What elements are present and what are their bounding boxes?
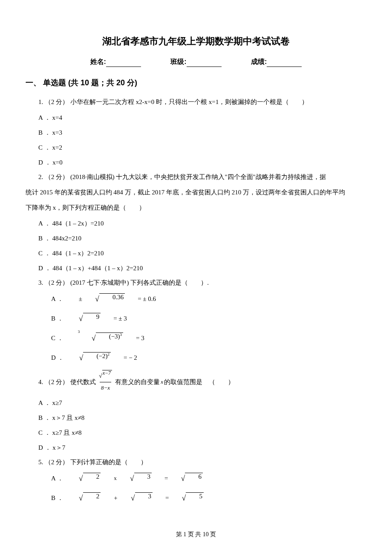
q5-b-eq: = xyxy=(153,493,169,503)
q4-option-d: D ． x＞7 xyxy=(26,441,366,455)
q5-b-op: + xyxy=(101,493,118,503)
q4-pre: 4. （2 分） 使代数式 xyxy=(26,376,96,388)
sqrt-icon: √(−2)2 xyxy=(66,352,111,364)
q5-b-r2: 3 xyxy=(135,492,153,504)
q1-option-a: A ． x=4 xyxy=(26,111,366,125)
class-blank xyxy=(187,60,222,67)
q4-num-radicand: x−7 xyxy=(102,370,112,382)
q4-post2: 的取值范围是 （ ） xyxy=(164,376,234,388)
q5-a-r3: 6 xyxy=(185,473,203,484)
sqrt-icon: √3 xyxy=(118,492,153,504)
q4-stem: 4. （2 分） 使代数式 √x−7 8−x 有意义的自变量 x 的取值范围是 … xyxy=(26,370,366,393)
q5-option-b: B ． √2 + √3 = √5 xyxy=(26,491,366,505)
q2-option-a: A ． 484（1 – 2x）=210 xyxy=(26,217,366,231)
q5-b-label: B ． xyxy=(26,493,63,503)
q5-option-a: A ． √2 x √3 = √6 xyxy=(26,471,366,486)
q4-option-b: B ． x＞7 且 x≠8 xyxy=(26,411,366,425)
q2-stem-c: 下降率为 x，则下列方程正确的是（ ） xyxy=(26,201,366,214)
q3-b-post: = ± 3 xyxy=(101,314,127,324)
q3-d-exp: 2 xyxy=(107,352,110,356)
sqrt-icon: √2 xyxy=(66,473,101,484)
section-1-heading: 一、 单选题 (共 10 题；共 20 分) xyxy=(26,77,366,89)
q3-c-label: C ． xyxy=(26,333,63,343)
q4-option-a: A ． x≥7 xyxy=(26,396,366,410)
page-footer: 第 1 页 共 10 页 xyxy=(0,530,392,539)
sqrt-icon: √3 xyxy=(117,473,152,484)
score-label: 成绩: xyxy=(251,58,267,65)
q4-x-var: x xyxy=(160,376,164,387)
q2-stem-a: 2. （2 分） (2018·南山模拟) 十九大以来，中央把扶贫开发工作纳入"四… xyxy=(26,171,366,183)
q3-c-post: = 3 xyxy=(123,333,144,343)
q2-option-d: D ． 484（1 – x）+484（1 – x）2=210 xyxy=(26,261,366,275)
q4-denominator: 8−x xyxy=(100,382,111,393)
q3-a-label: A ． xyxy=(26,294,63,304)
q4-post1: 有意义的自变量 xyxy=(115,376,160,388)
q3-c-exp: 3 xyxy=(120,332,122,337)
name-label: 姓名: xyxy=(90,58,106,65)
sqrt-icon: √9 xyxy=(66,313,101,324)
name-blank xyxy=(106,60,141,67)
q3-a-radicand: 0.36 xyxy=(99,293,125,305)
q5-b-r1: 2 xyxy=(83,492,101,504)
q3-option-c: C ． 3 √(−3)3 = 3 xyxy=(26,331,366,345)
q2-stem-b: 统计 2015 年的某省贫困人口约 484 万，截止 2017 年底，全省贫困人… xyxy=(26,186,366,199)
q5-a-eq: = xyxy=(152,474,168,483)
cube-root-icon: √(−3)3 xyxy=(79,332,123,344)
q3-option-a: A ． ± √0.36 = ± 0.6 xyxy=(26,292,366,306)
q1-option-d: D ． x=0 xyxy=(26,156,366,170)
fraction-icon: √x−7 8−x xyxy=(98,370,113,393)
q2-option-c: C ． 484（1 – x）2=210 xyxy=(26,246,366,260)
q3-d-base: (−2) xyxy=(96,353,107,359)
student-info-line: 姓名: 班级: 成绩: xyxy=(26,57,366,67)
sqrt-icon: √6 xyxy=(168,473,203,484)
q5-a-label: A ． xyxy=(26,474,63,483)
q1-option-b: B ． x=3 xyxy=(26,126,366,140)
q3-option-b: B ． √9 = ± 3 xyxy=(26,311,366,326)
q2-option-b: B ． 484x2=210 xyxy=(26,231,366,246)
q5-a-op: x xyxy=(101,474,117,483)
sqrt-icon: √2 xyxy=(66,492,101,504)
page-title: 湖北省孝感市九年级上学期数学期中考试试卷 xyxy=(26,34,366,48)
q4-option-c: C ． x≥7 且 x≠8 xyxy=(26,426,366,440)
q3-d-label: D ． xyxy=(26,353,64,363)
sqrt-icon: √5 xyxy=(169,492,203,504)
q3-b-label: B ． xyxy=(26,314,63,324)
q3-b-radicand: 9 xyxy=(83,313,101,324)
score-blank xyxy=(267,60,302,67)
q3-stem: 3. （2 分） (2017 七下·东城期中) 下列各式正确的是（ ）. xyxy=(26,276,366,289)
q5-b-r3: 5 xyxy=(186,492,204,504)
q3-option-d: D ． √(−2)2 = − 2 xyxy=(26,350,366,365)
q3-d-post: = − 2 xyxy=(111,353,137,363)
q1-stem: 1. （2 分） 小华在解一元二次方程 x2-x=0 时，只得出一个根 x=1，… xyxy=(26,95,366,108)
cube-root-index: 3 xyxy=(65,329,80,335)
q3-a-post: = ± 0.6 xyxy=(125,294,156,304)
pm-icon: ± xyxy=(66,294,82,304)
q1-option-c: C ． x=2 xyxy=(26,141,366,155)
class-label: 班级: xyxy=(170,58,186,65)
q5-a-r2: 3 xyxy=(134,473,152,484)
q3-c-base: (−3) xyxy=(109,333,120,340)
q5-a-r1: 2 xyxy=(83,473,101,484)
sqrt-icon: √0.36 xyxy=(82,293,125,305)
q5-stem: 5. （2 分） 下列计算正确的是（ ） xyxy=(26,456,366,468)
